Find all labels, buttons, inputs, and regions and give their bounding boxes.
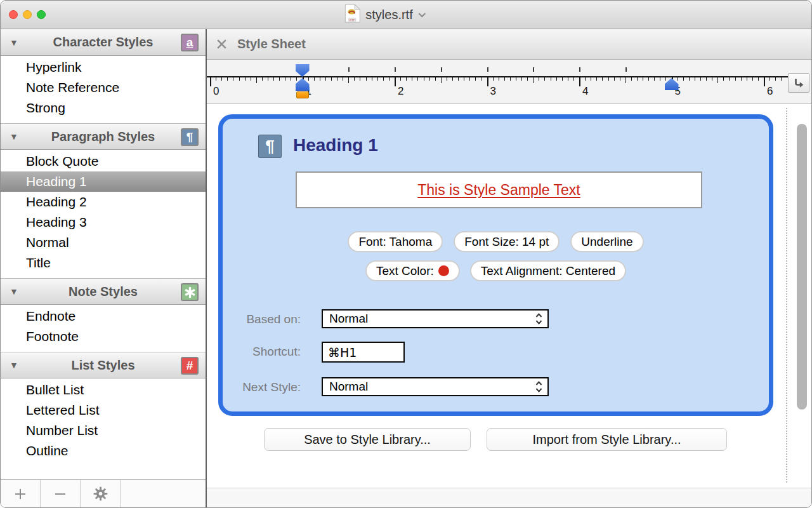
disclosure-triangle-icon[interactable]: ▼ [10, 132, 18, 141]
title-chevron-icon[interactable] [418, 9, 427, 20]
right-indent-marker[interactable] [665, 78, 679, 90]
section-label: Note Styles [69, 284, 138, 299]
style-item-footnote[interactable]: Footnote [1, 326, 206, 347]
style-item-hyperlink[interactable]: Hyperlink [1, 57, 206, 77]
section-header-list-styles[interactable]: ▼ List Styles # [1, 352, 206, 378]
attribute-pill-text-color: Text Color: [365, 260, 460, 281]
text-color-swatch [438, 265, 449, 276]
tab-stop-type-button[interactable] [788, 73, 809, 93]
chevron-up-down-icon [535, 380, 543, 393]
style-item-title[interactable]: Title [1, 253, 206, 273]
style-name: Heading 1 [293, 135, 378, 156]
style-sheet-pane: Style Sheet 0123456 ¶ [207, 29, 811, 507]
based-on-label: Based on: [223, 312, 301, 326]
section-character-styles: ▼ Character Styles a Hyperlink Note Refe… [1, 29, 206, 123]
paragraph-style-icon: ¶ [258, 135, 282, 158]
style-actions-button[interactable] [81, 480, 121, 507]
left-margin-marker[interactable] [296, 91, 309, 98]
next-style-select[interactable]: Normal [322, 377, 549, 396]
style-item-normal[interactable]: Normal [1, 232, 206, 253]
section-header-paragraph-styles[interactable]: ▼ Paragraph Styles ¶ [1, 123, 206, 150]
paragraph-style-icon: ¶ [181, 128, 199, 146]
attribute-pills-row-1: Font: Tahoma Font Size: 14 pt Underline [223, 231, 769, 252]
remove-style-button[interactable] [41, 480, 81, 507]
chevron-up-down-icon [535, 312, 543, 325]
tab-arrow-icon [792, 76, 806, 90]
section-note-styles: ▼ Note Styles Endnote Footnote [1, 278, 206, 352]
minus-icon [53, 486, 68, 502]
list-style-icon: # [181, 357, 199, 375]
style-item-bullet-list[interactable]: Bullet List [1, 380, 206, 400]
next-style-label: Next Style: [223, 380, 301, 394]
ruler: 0123456 [207, 60, 811, 104]
save-to-style-library-button[interactable]: Save to Style Library... [264, 428, 471, 451]
style-item-note-reference[interactable]: Note Reference [1, 77, 206, 98]
bottom-status-strip [207, 488, 811, 507]
attribute-pill-underline: Underline [570, 231, 643, 252]
style-item-number-list[interactable]: Number List [1, 420, 206, 441]
left-indent-marker[interactable] [296, 78, 310, 91]
section-list-styles: ▼ List Styles # Bullet List Lettered Lis… [1, 352, 206, 466]
disclosure-triangle-icon[interactable]: ▼ [10, 361, 18, 370]
ruler-baseline [207, 76, 789, 77]
section-header-note-styles[interactable]: ▼ Note Styles [1, 278, 206, 305]
shortcut-field[interactable] [322, 342, 405, 363]
section-label: List Styles [71, 358, 134, 373]
vertical-scrollbar-thumb[interactable] [797, 124, 807, 410]
zoom-window-button[interactable] [37, 10, 46, 19]
disclosure-triangle-icon[interactable]: ▼ [10, 287, 18, 296]
app-window: RTF styles.rtf ▼ Character Styles a [0, 0, 812, 508]
note-style-asterisk-icon [181, 283, 199, 301]
styles-sidebar: ▼ Character Styles a Hyperlink Note Refe… [1, 29, 207, 507]
attribute-pill-font-size: Font Size: 14 pt [454, 231, 560, 252]
window-title: styles.rtf [365, 8, 412, 22]
gear-icon [93, 486, 108, 502]
add-style-button[interactable] [1, 480, 41, 507]
disclosure-triangle-icon[interactable]: ▼ [10, 38, 18, 47]
character-style-icon: a [181, 34, 199, 51]
style-sections: ▼ Character Styles a Hyperlink Note Refe… [1, 29, 206, 479]
minimize-window-button[interactable] [23, 10, 32, 19]
first-line-indent-marker[interactable] [296, 64, 310, 77]
plus-icon [13, 486, 28, 502]
close-style-sheet-button[interactable] [216, 38, 228, 50]
import-from-style-library-button[interactable]: Import from Style Library... [487, 428, 727, 451]
title-bar: RTF styles.rtf [1, 1, 811, 29]
section-label: Paragraph Styles [51, 130, 155, 144]
traffic-lights [9, 10, 46, 19]
attribute-pill-alignment: Text Alignment: Centered [470, 260, 626, 281]
style-editor-panel: ¶ Heading 1 This is Style Sample Text Fo… [218, 114, 773, 416]
rtf-document-icon: RTF [344, 4, 360, 25]
section-header-character-styles[interactable]: ▼ Character Styles a [1, 29, 206, 56]
style-item-strong[interactable]: Strong [1, 98, 206, 118]
style-item-heading-1-selected[interactable]: Heading 1 [1, 171, 206, 192]
style-item-outline[interactable]: Outline [1, 441, 206, 461]
style-item-block-quote[interactable]: Block Quote [1, 151, 206, 171]
style-sample-box: This is Style Sample Text [296, 171, 702, 208]
style-sample-text: This is Style Sample Text [417, 182, 580, 199]
style-sheet-title: Style Sheet [237, 37, 306, 51]
style-sheet-content: ¶ Heading 1 This is Style Sample Text Fo… [207, 104, 811, 488]
close-icon [216, 38, 228, 50]
svg-text:RTF: RTF [350, 18, 355, 22]
window-title-group: RTF styles.rtf [344, 1, 426, 29]
style-sheet-header: Style Sheet [207, 29, 811, 60]
sidebar-toolbar [1, 479, 206, 507]
section-paragraph-styles: ▼ Paragraph Styles ¶ Block Quote Heading… [1, 123, 206, 278]
style-item-heading-2[interactable]: Heading 2 [1, 192, 206, 212]
attribute-pill-font: Font: Tahoma [348, 231, 443, 252]
style-item-heading-3[interactable]: Heading 3 [1, 212, 206, 232]
section-label: Character Styles [53, 35, 154, 50]
style-item-lettered-list[interactable]: Lettered List [1, 400, 206, 420]
page-margin-guide [786, 108, 787, 483]
shortcut-label: Shortcut: [223, 345, 301, 359]
based-on-select[interactable]: Normal [322, 309, 549, 328]
close-window-button[interactable] [9, 10, 18, 19]
attribute-pills-row-2: Text Color: Text Alignment: Centered [223, 260, 769, 281]
style-item-endnote[interactable]: Endnote [1, 306, 206, 326]
